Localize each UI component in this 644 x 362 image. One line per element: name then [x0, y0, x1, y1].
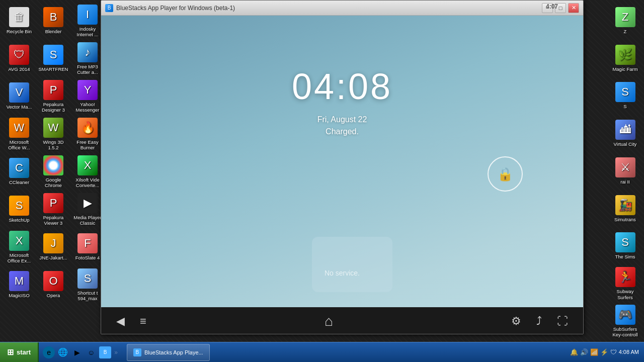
desktop-icon-23[interactable]: S Shortcut t 594_max	[70, 266, 105, 304]
icon-img-16: I	[77, 5, 98, 25]
mediaplayer-taskbar-icon[interactable]: ▶	[71, 346, 83, 358]
desktop-icon-21[interactable]: ▶ Media Player Classic	[70, 191, 105, 228]
share-icon[interactable]: ⤴	[536, 315, 542, 328]
right-icon-0[interactable]: Z Z	[608, 2, 642, 40]
icon-img-4: C	[9, 158, 29, 178]
desktop-icon-3[interactable]: W Microsoft Office W...	[2, 115, 36, 153]
icon-label-4: CCleaner	[9, 179, 29, 185]
app-icon: B	[133, 348, 141, 356]
menu-icon[interactable]: ≡	[140, 315, 146, 328]
start-button[interactable]: ⊞ start	[0, 342, 39, 363]
desktop-icon-19[interactable]: 🔥 Free Easy Burner	[70, 115, 105, 153]
icon-img-5: S	[9, 196, 29, 216]
desktop-icon-12[interactable]: Google Chrome	[36, 153, 70, 191]
desktop-icon-10[interactable]: P Pepakura Designer 3	[36, 77, 70, 115]
desktop-icon-18[interactable]: Y Yahoo! Messenger	[70, 77, 105, 115]
right-icon-label-2: S	[623, 104, 626, 109]
icon-img-14: J	[43, 233, 63, 253]
icon-img-3: W	[9, 118, 29, 138]
desktop-icon-11[interactable]: W Wings 3D 1.5.2	[36, 115, 70, 153]
icon-img-19: 🔥	[77, 118, 98, 138]
right-icon-img-3: 🏙	[615, 120, 635, 140]
nav-right: ⚙ ⤴ ⛶	[511, 315, 568, 328]
desktop-icon-4[interactable]: C CCleaner	[2, 153, 36, 191]
desktop-icon-2[interactable]: V Vector Ma...	[2, 77, 36, 115]
right-icon-label-1: Magic Farm	[612, 66, 637, 72]
clock-time: 4:08 AM	[619, 348, 639, 355]
icon-img-23: S	[77, 268, 98, 289]
start-label: start	[17, 348, 31, 356]
windows-logo: ⊞	[7, 347, 14, 357]
right-icon-1[interactable]: 🌿 Magic Farm	[608, 40, 642, 77]
android-date: Fri, August 22 Charged.	[317, 114, 367, 138]
desktop-icon-1[interactable]: 🛡 AVG 2014	[2, 40, 36, 77]
right-icon-2[interactable]: S S	[608, 77, 642, 115]
icon-label-7: MagicISO	[9, 293, 30, 298]
right-icon-4[interactable]: ⚔ rai II	[608, 152, 642, 190]
icon-label-18: Yahoo! Messenger	[71, 102, 104, 113]
bluestacks-taskbar-app[interactable]: B BlueStacks App Playe...	[127, 344, 210, 361]
right-icon-7[interactable]: 🏃 Subway Surfers	[608, 265, 642, 303]
taskbar-quick-launch: e 🌐 ▶ ☺ B »	[39, 342, 123, 363]
desktop-icon-7[interactable]: M MagicISO	[2, 266, 36, 304]
icon-label-0: Recycle Bin	[7, 29, 32, 34]
icon-img-2: V	[9, 82, 29, 103]
desktop-icon-6[interactable]: X Microsoft Office Ex...	[2, 228, 36, 266]
android-screen: 04:08 Fri, August 22 Charged. 🔒 No servi…	[101, 16, 583, 307]
app-label: BlueStacks App Playe...	[144, 349, 203, 355]
icon-img-13: P	[43, 193, 63, 213]
icon-img-10: P	[43, 80, 63, 100]
android-navbar: ◀ ≡ ⌂ ⚙ ⤴ ⛶	[101, 307, 583, 334]
right-icon-img-2: S	[615, 82, 635, 102]
desktop-icon-22[interactable]: F FotoSlate 4	[70, 228, 105, 266]
desktop-icon-14[interactable]: J JNE-Jakart...	[36, 228, 70, 266]
desktop-icon-0[interactable]: 🗑 Recycle Bin	[2, 2, 36, 40]
icon-label-22: FotoSlate 4	[75, 255, 100, 260]
bluestacks-taskbar-icon[interactable]: B	[99, 346, 111, 358]
lock-icon-circle[interactable]: 🔒	[488, 156, 523, 192]
home-icon[interactable]: ⌂	[325, 313, 333, 329]
icon-img-18: Y	[77, 80, 98, 100]
desktop-icon-9[interactable]: S SMARTFREN	[36, 40, 70, 77]
right-icon-8[interactable]: 🎮 SubSurfers Key-controll	[608, 302, 642, 340]
icon-label-20: Xilsoft Vide Converte...	[71, 177, 104, 189]
tray-icon-2: 🔊	[580, 348, 588, 356]
desktop-icon-20[interactable]: X Xilsoft Vide Converte...	[70, 153, 105, 191]
icon-label-6: Microsoft Office Ex...	[3, 252, 35, 264]
no-service-text: No service.	[325, 269, 360, 277]
icon-label-1: AVG 2014	[8, 66, 30, 72]
system-tray-icons: 🔔 🔊 📶 ⚡ 🛡	[570, 348, 617, 356]
tray-icon-5: 🛡	[610, 348, 617, 356]
right-icon-label-7: Subway Surfers	[609, 289, 641, 300]
right-icon-6[interactable]: S The Sims	[608, 227, 642, 265]
right-icon-5[interactable]: 🚂 Simutrans	[608, 190, 642, 227]
icon-img-15: O	[43, 271, 63, 291]
right-icon-label-0: Z	[624, 29, 627, 34]
desktop-icon-15[interactable]: O Opera	[36, 266, 70, 304]
back-icon[interactable]: ◀	[116, 315, 125, 328]
icon-img-7: M	[9, 271, 29, 291]
right-icon-img-7: 🏃	[615, 267, 635, 287]
window-title: BlueStacks App Player for Windows (beta-…	[116, 5, 542, 12]
icon-label-14: JNE-Jakart...	[40, 255, 67, 260]
right-icon-img-4: ⚔	[615, 157, 635, 177]
left-sidebar: 🗑 Recycle Bin 🛡 AVG 2014 V Vector Ma... …	[0, 0, 103, 342]
right-icon-3[interactable]: 🏙 Virtual City	[608, 115, 642, 152]
smiley-icon[interactable]: ☺	[85, 346, 97, 358]
taskbar-right: 🔔 🔊 📶 ⚡ 🛡 4:08 AM	[565, 348, 644, 356]
desktop-icon-17[interactable]: ♪ Free MP3 Cutter a...	[70, 40, 105, 77]
tray-icon-4: ⚡	[600, 348, 608, 356]
ie-icon[interactable]: e	[43, 346, 55, 358]
desktop-icon-16[interactable]: I Indosky Internet ...	[70, 2, 105, 40]
settings-icon[interactable]: ⚙	[511, 315, 521, 328]
desktop-icon-13[interactable]: P Pepakura Viewer 3	[36, 191, 70, 228]
icon-label-19: Free Easy Burner	[71, 139, 104, 151]
desktop-icon-8[interactable]: B Blender	[36, 2, 70, 40]
icon-label-10: Pepakura Designer 3	[37, 102, 69, 113]
close-button[interactable]: ✕	[568, 3, 579, 13]
desktop-icon-5[interactable]: S SketchUp	[2, 191, 36, 228]
tray-icon-1: 🔔	[570, 348, 578, 356]
chrome-taskbar-icon[interactable]: 🌐	[57, 346, 69, 358]
fullscreen-icon[interactable]: ⛶	[557, 315, 568, 328]
right-icon-label-5: Simutrans	[614, 217, 636, 222]
